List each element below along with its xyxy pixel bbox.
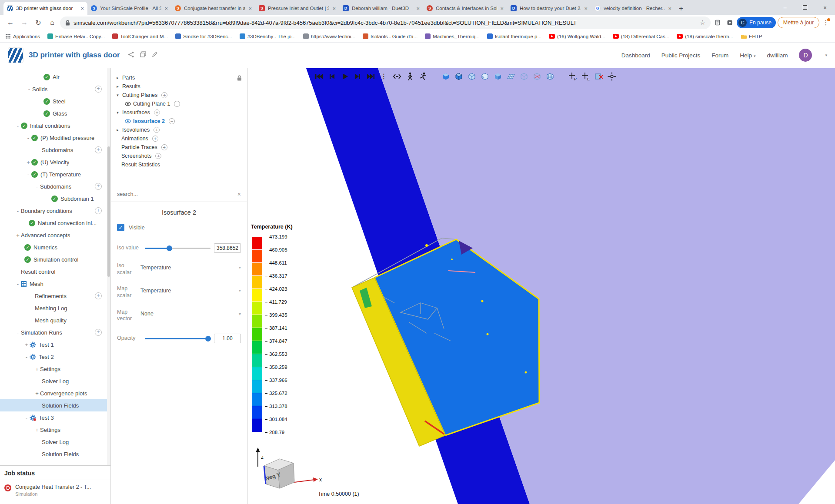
map-vector-dropdown[interactable]: None ▾ <box>140 311 241 320</box>
slider-thumb[interactable] <box>167 245 172 251</box>
add-circle-icon[interactable]: + <box>152 136 158 142</box>
share-icon[interactable] <box>128 51 134 60</box>
nav-public-projects[interactable]: Public Projects <box>661 52 700 59</box>
chevron-down-icon[interactable]: ▾ <box>115 93 120 97</box>
tree-item[interactable]: ✓Natural convection inl... <box>0 217 107 229</box>
add-circle-icon[interactable]: + <box>154 127 160 133</box>
tree-item[interactable]: +Convergence plots <box>0 387 107 399</box>
tree-item[interactable]: +Advanced concepts <box>0 229 107 241</box>
minimize-button[interactable]: – <box>775 0 795 15</box>
tree-item[interactable]: Solver Log <box>0 375 107 387</box>
update-browser-button[interactable]: Mettre à jour <box>778 17 819 28</box>
pick-point-button[interactable]: P <box>567 70 578 82</box>
iso-value-input[interactable] <box>214 243 241 253</box>
forward-icon[interactable]: → <box>18 19 30 27</box>
tree-item[interactable]: ✓Air <box>0 71 107 83</box>
bookmark-item[interactable]: Machines_Thermiq... <box>425 33 479 39</box>
bookmark-item[interactable]: #3DBenchy - The jo... <box>240 33 296 39</box>
apps-shortcut[interactable]: Applications <box>5 33 40 39</box>
chevron-down-icon[interactable]: ▾ <box>115 110 120 115</box>
browser-menu-icon[interactable]: ⋮ <box>821 19 831 27</box>
render-scene[interactable] <box>247 68 835 504</box>
scrollbar-thumb[interactable] <box>107 146 110 277</box>
tree-item[interactable]: +Test 1 <box>0 338 107 351</box>
add-circle-icon[interactable]: + <box>161 144 167 150</box>
tree-item[interactable]: -Test 3 <box>0 411 107 424</box>
bookmark-item[interactable]: https://www.techni... <box>303 33 355 39</box>
tree-scrollbar[interactable] <box>107 68 110 465</box>
browser-tab[interactable]: D How to destroy your Duet 2... × <box>507 2 591 15</box>
opacity-slider[interactable] <box>145 335 210 342</box>
omnibox[interactable]: simscale.com/workbench/?pid=563367077786… <box>60 17 711 29</box>
post-tree-item-selected[interactable]: Isosurface 2− <box>111 117 247 126</box>
browser-tab[interactable]: S Your SimScale Profile - All S... × <box>87 2 171 15</box>
collapse-icon[interactable]: - <box>25 171 31 178</box>
collapse-icon[interactable]: - <box>15 123 21 129</box>
reading-list-icon[interactable] <box>712 20 723 26</box>
refresh-icon[interactable]: ↻ <box>32 19 44 27</box>
collapse-icon[interactable]: - <box>34 183 40 190</box>
shaded-edges-view-button[interactable] <box>492 70 504 82</box>
back-icon[interactable]: ← <box>4 19 17 27</box>
tree-item[interactable]: -Simulation Runs+ <box>0 326 107 338</box>
tree-item[interactable]: ✓Simulation control <box>0 253 107 265</box>
bookmark-item[interactable]: Enbase Relai - Copy... <box>47 33 105 39</box>
mesh-view-button[interactable] <box>544 70 556 82</box>
plane-grid-view-button[interactable] <box>505 70 517 82</box>
nav-dashboard[interactable]: Dashboard <box>621 52 650 59</box>
add-circle-icon[interactable]: + <box>154 109 160 116</box>
browser-tab[interactable]: D Deborah william - Duet3D × <box>339 2 423 15</box>
sync-paused-chip[interactable]: C En pause <box>737 17 776 28</box>
tree-item[interactable]: -✓Initial conditions <box>0 119 107 132</box>
surface-view-button[interactable] <box>440 70 451 82</box>
tree-item-solution-fields-selected[interactable]: Solution Fields <box>0 399 107 411</box>
expand-icon[interactable]: + <box>34 390 40 397</box>
collapse-icon[interactable]: - <box>26 86 32 93</box>
orientation-cube[interactable]: z Neg Y x <box>248 444 324 495</box>
add-circle-icon[interactable]: + <box>155 153 161 159</box>
add-icon[interactable]: + <box>95 329 102 336</box>
add-icon[interactable]: + <box>95 146 102 153</box>
tab-close-icon[interactable]: × <box>332 5 336 12</box>
post-tree-item[interactable]: ▸Results <box>111 82 247 91</box>
post-tree-item[interactable]: Result Statistics <box>111 160 247 169</box>
browser-tab[interactable]: S Conjugate heat transfer in a... × <box>171 2 255 15</box>
hidden-line-view-button[interactable] <box>479 70 491 82</box>
collapse-icon[interactable]: - <box>15 208 21 214</box>
add-icon[interactable]: + <box>95 207 102 214</box>
collapse-icon[interactable]: - <box>15 329 21 336</box>
collapse-icon[interactable]: - <box>15 281 21 287</box>
clear-search-icon[interactable]: × <box>237 191 241 198</box>
skip-start-button[interactable] <box>313 70 324 82</box>
maximize-button[interactable] <box>795 0 815 15</box>
search-input[interactable] <box>117 191 234 197</box>
tree-item[interactable]: Subdomains+ <box>0 144 107 156</box>
tree-item[interactable]: -✓(T) Temperature <box>0 168 107 180</box>
job-status-item[interactable]: Conjugate Heat Transfer 2 - T... Simulat… <box>0 480 110 501</box>
surface-edges-view-button[interactable] <box>453 70 464 82</box>
step-forward-button[interactable] <box>352 70 364 82</box>
post-tree-item[interactable]: ▸Parts <box>111 73 247 82</box>
browser-tab[interactable]: S Contacts & Interfaces in Sol... × <box>423 2 507 15</box>
post-tree-item[interactable]: Particle Traces+ <box>111 143 247 152</box>
rotation-center-button[interactable] <box>606 70 618 82</box>
visible-checkbox[interactable]: ✓ <box>117 224 124 231</box>
browser-tab[interactable]: 3D printer with glass door × <box>3 2 87 15</box>
tree-item[interactable]: Mesh quality <box>0 314 107 326</box>
iso-value-slider[interactable] <box>145 245 210 251</box>
chevron-right-icon[interactable]: ▸ <box>115 84 120 89</box>
tree-item[interactable]: -Solids+ <box>0 83 107 95</box>
bookmark-item[interactable]: (16) Wolfgang Wald... <box>549 34 605 39</box>
bookmark-item[interactable]: Smoke for #3DBenc... <box>175 33 232 39</box>
simscale-logo[interactable] <box>8 47 23 63</box>
add-icon[interactable]: + <box>95 86 102 93</box>
solid-view-button[interactable] <box>466 70 478 82</box>
bookmark-item[interactable]: Isolant thermique p... <box>487 33 541 39</box>
post-tree-item[interactable]: ▾Isosurfaces+ <box>111 108 247 117</box>
post-tree-item[interactable]: Screenshots+ <box>111 152 247 160</box>
tree-item[interactable]: Result control <box>0 265 107 278</box>
tree-item[interactable]: Solver Log <box>0 436 107 448</box>
remove-circle-icon[interactable]: − <box>174 101 180 107</box>
collapse-icon[interactable]: - <box>23 354 30 360</box>
post-tree-item[interactable]: Animations+ <box>111 134 247 143</box>
